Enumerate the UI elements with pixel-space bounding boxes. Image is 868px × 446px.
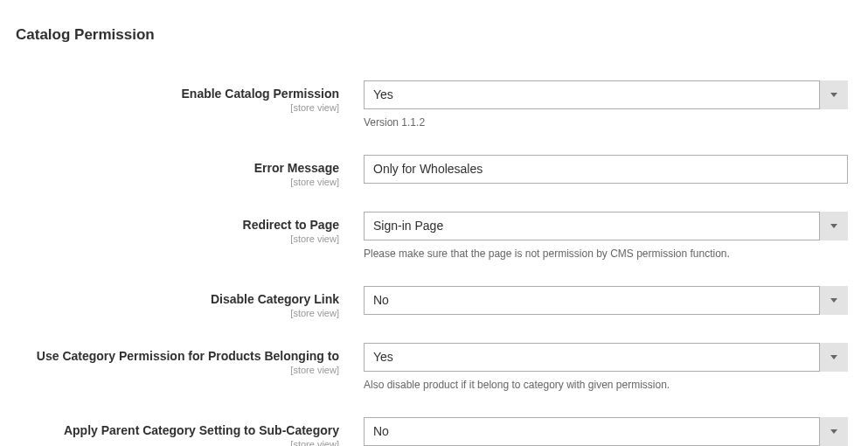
field-disable-category-link: Disable Category Link [store view] No [16, 286, 855, 318]
field-label: Disable Category Link [16, 291, 339, 307]
redirect-select[interactable]: Sign-in Page [364, 212, 848, 240]
field-label: Apply Parent Category Setting to Sub-Cat… [16, 422, 339, 438]
field-error-message: Error Message [store view] [16, 155, 855, 187]
field-use-category-permission: Use Category Permission for Products Bel… [16, 343, 855, 393]
field-label: Redirect to Page [16, 217, 339, 233]
apply-parent-select[interactable]: No [364, 417, 848, 446]
select-value: Yes [364, 80, 848, 109]
field-scope: [store view] [16, 439, 339, 446]
field-scope: [store view] [16, 308, 339, 318]
field-enable-catalog-permission: Enable Catalog Permission [store view] Y… [16, 80, 855, 130]
enable-select[interactable]: Yes [364, 80, 848, 109]
select-value: No [364, 417, 848, 446]
control-col [364, 155, 848, 184]
section-title: Catalog Permission [16, 26, 855, 44]
field-label: Error Message [16, 160, 339, 176]
label-col: Error Message [store view] [16, 155, 364, 187]
use-category-permission-select[interactable]: Yes [364, 343, 848, 372]
field-apply-parent-category: Apply Parent Category Setting to Sub-Cat… [16, 417, 855, 446]
field-note: Also disable product if it belong to cat… [364, 378, 848, 393]
select-value: Yes [364, 343, 848, 372]
field-label: Enable Catalog Permission [16, 86, 339, 101]
control-col: Yes Also disable product if it belong to… [364, 343, 848, 393]
label-col: Apply Parent Category Setting to Sub-Cat… [16, 417, 364, 446]
field-scope: [store view] [16, 102, 339, 113]
field-label: Use Category Permission for Products Bel… [16, 348, 339, 364]
field-scope: [store view] [16, 365, 339, 375]
label-col: Enable Catalog Permission [store view] [16, 80, 364, 113]
control-col: No This config is only apply for Restric… [364, 417, 848, 446]
label-col: Redirect to Page [store view] [16, 212, 364, 244]
control-col: Sign-in Page Please make sure that the p… [364, 212, 848, 261]
label-col: Disable Category Link [store view] [16, 286, 364, 318]
field-note: Please make sure that the page is not pe… [364, 247, 848, 261]
select-value: Sign-in Page [364, 212, 848, 240]
field-scope: [store view] [16, 233, 339, 244]
control-col: No [364, 286, 848, 315]
label-col: Use Category Permission for Products Bel… [16, 343, 364, 375]
disable-category-link-select[interactable]: No [364, 286, 848, 315]
field-note: Version 1.1.2 [364, 115, 848, 130]
field-scope: [store view] [16, 177, 339, 187]
control-col: Yes Version 1.1.2 [364, 80, 848, 130]
error-message-input[interactable] [364, 155, 848, 184]
select-value: No [364, 286, 848, 315]
field-redirect-to-page: Redirect to Page [store view] Sign-in Pa… [16, 212, 855, 261]
